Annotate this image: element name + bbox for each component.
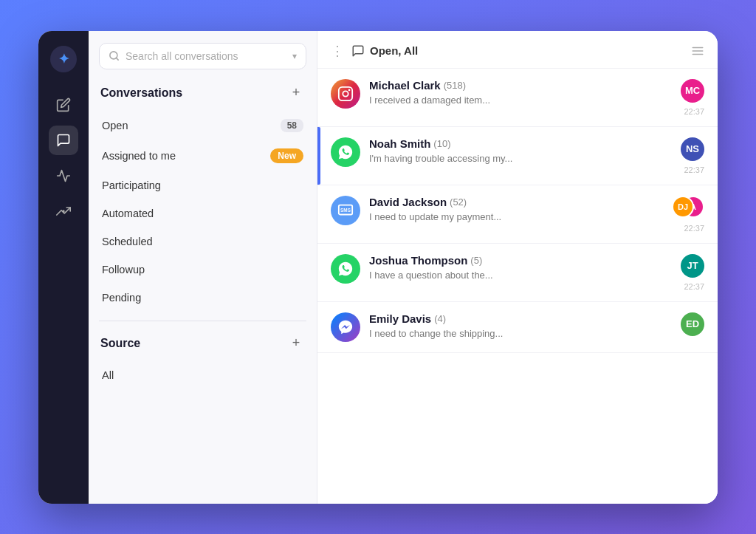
conversation-item[interactable]: Joshua Thompson (5) I have a question ab… xyxy=(317,244,718,302)
conv-body: Noah Smith (10) I'm having trouble acces… xyxy=(369,137,672,164)
conv-time: 22:37 xyxy=(684,165,704,174)
svg-rect-8 xyxy=(339,86,352,100)
conv-time: 22:37 xyxy=(684,282,704,291)
main-header: ⋮ Open, All xyxy=(317,31,718,69)
conv-avatar-primary: DJ xyxy=(672,196,694,218)
svg-point-10 xyxy=(348,89,351,91)
conv-preview: I have a question about the... xyxy=(369,270,672,281)
conversation-item[interactable]: Noah Smith (10) I'm having trouble acces… xyxy=(317,127,718,185)
conv-name: Emily Davis xyxy=(369,312,431,325)
nav-item-pending-label: Pending xyxy=(102,292,303,304)
conv-name-line: David Jackson (52) xyxy=(369,196,663,208)
sidebar-nav: ✦ xyxy=(38,31,89,504)
nav-reports-button[interactable] xyxy=(49,161,78,191)
nav-edit-button[interactable] xyxy=(49,90,78,120)
nav-item-all-sources[interactable]: All xyxy=(94,361,311,389)
search-icon xyxy=(109,50,120,61)
left-panel: Search all conversations ▾ Conversations… xyxy=(89,31,317,504)
nav-item-participating[interactable]: Participating xyxy=(94,171,311,199)
search-bar[interactable]: Search all conversations ▾ xyxy=(99,43,306,69)
header-chat-icon xyxy=(351,44,365,58)
nav-conversations-button[interactable] xyxy=(49,126,78,155)
app-container: ✦ xyxy=(38,31,718,504)
conv-count: (52) xyxy=(450,196,467,208)
header-title-text: Open, All xyxy=(370,44,418,57)
conversation-item[interactable]: Emily Davis (4) I need to change the shi… xyxy=(317,302,718,353)
conversations-title: Conversations xyxy=(100,86,182,100)
conversations-add-button[interactable]: + xyxy=(287,84,305,102)
conv-avatar: MC xyxy=(681,79,704,103)
conversation-item[interactable]: Michael Clark (518) I received a damaged… xyxy=(317,69,718,127)
search-chevron-icon: ▾ xyxy=(292,51,297,61)
source-section-header: Source + xyxy=(89,327,317,358)
channel-instagram-icon xyxy=(331,79,360,109)
nav-item-scheduled-label: Scheduled xyxy=(102,236,303,247)
conv-avatar: ED xyxy=(681,312,704,336)
search-input-placeholder: Search all conversations xyxy=(126,50,286,62)
conversations-section-header: Conversations + xyxy=(89,77,317,108)
nav-item-scheduled[interactable]: Scheduled xyxy=(94,227,311,256)
conv-preview: I need to update my payment... xyxy=(369,211,663,222)
conv-meta: DJ A 22:37 xyxy=(672,196,704,233)
filter-icon[interactable] xyxy=(691,44,704,58)
nav-item-pending[interactable]: Pending xyxy=(94,284,311,312)
svg-text:✦: ✦ xyxy=(58,52,69,66)
conv-name: Noah Smith xyxy=(369,137,430,150)
source-add-button[interactable]: + xyxy=(287,335,305,352)
conversation-item[interactable]: SMS David Jackson (52) I need to update … xyxy=(317,185,718,244)
conv-name: David Jackson xyxy=(369,196,447,208)
conv-name-line: Michael Clark (518) xyxy=(369,79,672,92)
nav-item-followup[interactable]: Followup xyxy=(94,256,311,284)
conv-preview: I'm having trouble accessing my... xyxy=(369,153,672,164)
nav-item-open-count: 58 xyxy=(281,119,303,132)
conv-name-line: Joshua Thompson (5) xyxy=(369,254,672,267)
conv-body: Emily Davis (4) I need to change the shi… xyxy=(369,312,672,339)
nav-item-automated-label: Automated xyxy=(102,208,303,219)
conv-meta: ED xyxy=(681,312,704,340)
conv-count: (10) xyxy=(433,138,450,149)
conv-meta: JT 22:37 xyxy=(681,254,704,291)
source-title: Source xyxy=(100,337,140,350)
channel-whatsapp-icon xyxy=(331,137,360,167)
nav-item-automated[interactable]: Automated xyxy=(94,199,311,227)
conv-avatar-pair: DJ A xyxy=(672,196,704,219)
nav-item-followup-label: Followup xyxy=(102,264,303,275)
main-panel: ⋮ Open, All xyxy=(317,31,718,504)
svg-point-9 xyxy=(343,91,348,96)
conv-body: David Jackson (52) I need to update my p… xyxy=(369,196,663,222)
nav-item-all-label: All xyxy=(102,369,303,381)
channel-messenger-icon xyxy=(331,312,360,342)
conv-avatar: JT xyxy=(681,254,704,278)
svg-line-4 xyxy=(116,58,118,60)
conv-time: 22:37 xyxy=(684,107,704,116)
svg-text:SMS: SMS xyxy=(340,207,351,212)
conv-body: Joshua Thompson (5) I have a question ab… xyxy=(369,254,672,281)
conv-count: (518) xyxy=(444,80,466,91)
conv-meta: MC 22:37 xyxy=(681,79,704,116)
section-divider xyxy=(99,321,306,321)
conv-name-line: Noah Smith (10) xyxy=(369,137,672,150)
svg-point-2 xyxy=(62,210,64,212)
nav-item-participating-label: Participating xyxy=(102,179,303,191)
header-title-area: Open, All xyxy=(351,44,684,58)
source-nav-items: All xyxy=(89,358,317,392)
nav-item-open[interactable]: Open 58 xyxy=(94,111,311,140)
nav-item-assigned[interactable]: Assigned to me New xyxy=(94,140,311,171)
conv-name: Joshua Thompson xyxy=(369,254,467,267)
channel-whatsapp-icon xyxy=(331,254,360,284)
conv-time: 22:37 xyxy=(684,224,704,233)
conv-body: Michael Clark (518) I received a damaged… xyxy=(369,79,672,106)
conv-count: (4) xyxy=(434,313,446,324)
header-dots-icon[interactable]: ⋮ xyxy=(331,43,344,59)
channel-sms-icon: SMS xyxy=(331,196,360,225)
conv-count: (5) xyxy=(470,255,482,266)
conv-preview: I need to change the shipping... xyxy=(369,328,672,339)
conversation-list: Michael Clark (518) I received a damaged… xyxy=(317,69,718,504)
app-logo: ✦ xyxy=(50,46,77,72)
nav-analytics-button[interactable] xyxy=(49,196,78,226)
nav-item-open-label: Open xyxy=(102,120,281,131)
nav-item-assigned-new-badge: New xyxy=(270,148,303,163)
conv-meta: NS 22:37 xyxy=(681,137,704,174)
conv-preview: I received a damaged item... xyxy=(369,95,672,106)
conv-name: Michael Clark xyxy=(369,79,441,92)
